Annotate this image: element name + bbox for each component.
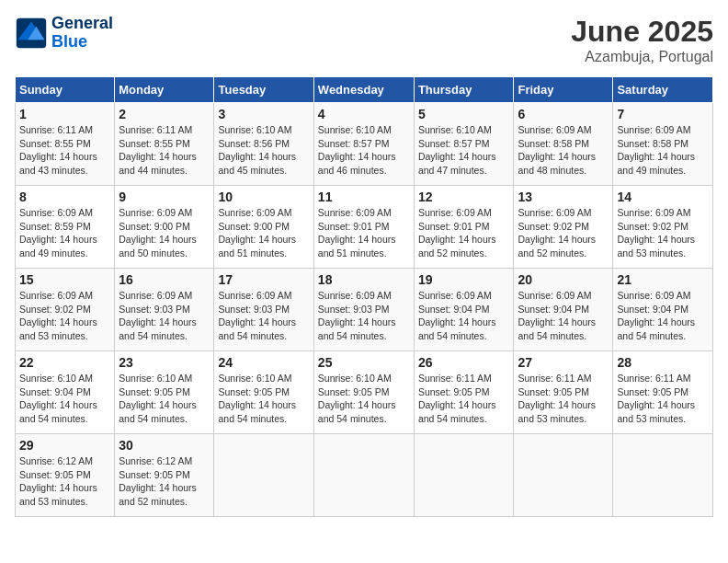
weekday-header-cell: Tuesday [214, 77, 313, 103]
calendar-day-cell: 7Sunrise: 6:09 AM Sunset: 8:58 PM Daylig… [613, 103, 713, 186]
calendar-day-cell: 1Sunrise: 6:11 AM Sunset: 8:55 PM Daylig… [16, 103, 115, 186]
weekday-header-cell: Wednesday [313, 77, 414, 103]
weekday-header-cell: Thursday [414, 77, 514, 103]
day-number: 2 [119, 107, 210, 121]
logo-line2: Blue [51, 32, 87, 51]
logo-line1: General [51, 15, 113, 33]
day-number: 3 [218, 107, 309, 121]
day-info: Sunrise: 6:10 AM Sunset: 9:05 PM Dayligh… [318, 372, 410, 426]
weekday-header-cell: Monday [115, 77, 214, 103]
calendar-day-cell [414, 434, 514, 517]
logo-text: General Blue [51, 15, 113, 52]
calendar-day-cell: 13Sunrise: 6:09 AM Sunset: 9:02 PM Dayli… [514, 186, 613, 269]
calendar-body: 1Sunrise: 6:11 AM Sunset: 8:55 PM Daylig… [16, 103, 713, 517]
calendar-day-cell: 17Sunrise: 6:09 AM Sunset: 9:03 PM Dayli… [214, 269, 313, 351]
day-info: Sunrise: 6:09 AM Sunset: 9:04 PM Dayligh… [617, 289, 709, 343]
calendar-day-cell: 3Sunrise: 6:10 AM Sunset: 8:56 PM Daylig… [214, 103, 313, 186]
day-number: 23 [119, 355, 210, 370]
day-number: 9 [119, 190, 210, 204]
day-info: Sunrise: 6:09 AM Sunset: 9:01 PM Dayligh… [318, 206, 410, 260]
day-info: Sunrise: 6:11 AM Sunset: 9:05 PM Dayligh… [617, 372, 709, 426]
day-info: Sunrise: 6:10 AM Sunset: 8:57 PM Dayligh… [418, 123, 510, 178]
day-info: Sunrise: 6:09 AM Sunset: 9:02 PM Dayligh… [518, 206, 609, 260]
calendar-day-cell: 26Sunrise: 6:11 AM Sunset: 9:05 PM Dayli… [414, 351, 514, 434]
calendar-day-cell: 5Sunrise: 6:10 AM Sunset: 8:57 PM Daylig… [414, 103, 514, 186]
logo: General Blue [15, 15, 113, 52]
calendar-day-cell: 30Sunrise: 6:12 AM Sunset: 9:05 PM Dayli… [115, 434, 214, 517]
calendar-day-cell: 16Sunrise: 6:09 AM Sunset: 9:03 PM Dayli… [115, 269, 214, 351]
calendar-day-cell: 21Sunrise: 6:09 AM Sunset: 9:04 PM Dayli… [613, 269, 713, 351]
day-info: Sunrise: 6:11 AM Sunset: 8:55 PM Dayligh… [19, 123, 110, 178]
day-info: Sunrise: 6:10 AM Sunset: 9:04 PM Dayligh… [19, 372, 110, 426]
calendar-week-row: 29Sunrise: 6:12 AM Sunset: 9:05 PM Dayli… [16, 434, 713, 517]
calendar-day-cell: 22Sunrise: 6:10 AM Sunset: 9:04 PM Dayli… [16, 351, 115, 434]
calendar-day-cell: 20Sunrise: 6:09 AM Sunset: 9:04 PM Dayli… [514, 269, 613, 351]
day-number: 25 [318, 355, 410, 370]
day-number: 26 [418, 355, 510, 370]
day-info: Sunrise: 6:09 AM Sunset: 9:02 PM Dayligh… [617, 206, 709, 260]
day-info: Sunrise: 6:09 AM Sunset: 9:03 PM Dayligh… [318, 289, 410, 343]
day-info: Sunrise: 6:12 AM Sunset: 9:05 PM Dayligh… [19, 454, 110, 509]
day-info: Sunrise: 6:09 AM Sunset: 8:58 PM Dayligh… [518, 123, 609, 178]
day-number: 4 [318, 107, 410, 121]
day-number: 21 [617, 272, 709, 287]
calendar-day-cell [613, 434, 713, 517]
calendar-day-cell: 19Sunrise: 6:09 AM Sunset: 9:04 PM Dayli… [414, 269, 514, 351]
calendar-day-cell: 14Sunrise: 6:09 AM Sunset: 9:02 PM Dayli… [613, 186, 713, 269]
calendar-day-cell: 25Sunrise: 6:10 AM Sunset: 9:05 PM Dayli… [313, 351, 414, 434]
day-number: 11 [318, 190, 410, 204]
day-number: 19 [418, 272, 510, 287]
calendar-table: SundayMondayTuesdayWednesdayThursdayFrid… [15, 76, 713, 517]
day-number: 6 [518, 107, 609, 121]
day-number: 15 [19, 272, 110, 287]
day-info: Sunrise: 6:10 AM Sunset: 8:56 PM Dayligh… [218, 123, 309, 178]
calendar-day-cell: 28Sunrise: 6:11 AM Sunset: 9:05 PM Dayli… [613, 351, 713, 434]
day-info: Sunrise: 6:09 AM Sunset: 9:03 PM Dayligh… [119, 289, 210, 343]
day-number: 7 [617, 107, 709, 121]
day-info: Sunrise: 6:09 AM Sunset: 9:03 PM Dayligh… [218, 289, 309, 343]
weekday-header-row: SundayMondayTuesdayWednesdayThursdayFrid… [16, 77, 713, 103]
calendar-day-cell: 10Sunrise: 6:09 AM Sunset: 9:00 PM Dayli… [214, 186, 313, 269]
day-number: 1 [19, 107, 110, 121]
calendar-day-cell: 8Sunrise: 6:09 AM Sunset: 8:59 PM Daylig… [16, 186, 115, 269]
day-info: Sunrise: 6:11 AM Sunset: 8:55 PM Dayligh… [119, 123, 210, 178]
calendar-day-cell: 18Sunrise: 6:09 AM Sunset: 9:03 PM Dayli… [313, 269, 414, 351]
calendar-day-cell: 23Sunrise: 6:10 AM Sunset: 9:05 PM Dayli… [115, 351, 214, 434]
day-number: 22 [19, 355, 110, 370]
calendar-day-cell: 12Sunrise: 6:09 AM Sunset: 9:01 PM Dayli… [414, 186, 514, 269]
calendar-week-row: 1Sunrise: 6:11 AM Sunset: 8:55 PM Daylig… [16, 103, 713, 186]
day-info: Sunrise: 6:10 AM Sunset: 8:57 PM Dayligh… [318, 123, 410, 178]
calendar-day-cell: 4Sunrise: 6:10 AM Sunset: 8:57 PM Daylig… [313, 103, 414, 186]
day-number: 5 [418, 107, 510, 121]
day-number: 27 [518, 355, 609, 370]
day-info: Sunrise: 6:09 AM Sunset: 9:00 PM Dayligh… [218, 206, 309, 260]
day-info: Sunrise: 6:10 AM Sunset: 9:05 PM Dayligh… [119, 372, 210, 426]
day-number: 12 [418, 190, 510, 204]
calendar-day-cell: 24Sunrise: 6:10 AM Sunset: 9:05 PM Dayli… [214, 351, 313, 434]
day-info: Sunrise: 6:09 AM Sunset: 9:01 PM Dayligh… [418, 206, 510, 260]
day-number: 17 [218, 272, 309, 287]
calendar-day-cell [514, 434, 613, 517]
calendar-day-cell: 15Sunrise: 6:09 AM Sunset: 9:02 PM Dayli… [16, 269, 115, 351]
calendar-day-cell: 9Sunrise: 6:09 AM Sunset: 9:00 PM Daylig… [115, 186, 214, 269]
calendar-week-row: 8Sunrise: 6:09 AM Sunset: 8:59 PM Daylig… [16, 186, 713, 269]
calendar-day-cell: 2Sunrise: 6:11 AM Sunset: 8:55 PM Daylig… [115, 103, 214, 186]
day-number: 13 [518, 190, 609, 204]
day-info: Sunrise: 6:09 AM Sunset: 9:04 PM Dayligh… [518, 289, 609, 343]
day-info: Sunrise: 6:09 AM Sunset: 9:02 PM Dayligh… [19, 289, 110, 343]
day-info: Sunrise: 6:09 AM Sunset: 8:59 PM Dayligh… [19, 206, 110, 260]
day-number: 8 [19, 190, 110, 204]
title-area: June 2025 Azambuja, Portugal [571, 15, 713, 65]
day-info: Sunrise: 6:09 AM Sunset: 8:58 PM Dayligh… [617, 123, 709, 178]
day-info: Sunrise: 6:10 AM Sunset: 9:05 PM Dayligh… [218, 372, 309, 426]
calendar-day-cell [214, 434, 313, 517]
day-number: 24 [218, 355, 309, 370]
day-info: Sunrise: 6:09 AM Sunset: 9:00 PM Dayligh… [119, 206, 210, 260]
month-title: June 2025 [571, 15, 713, 49]
day-info: Sunrise: 6:11 AM Sunset: 9:05 PM Dayligh… [518, 372, 609, 426]
day-number: 14 [617, 190, 709, 204]
day-info: Sunrise: 6:12 AM Sunset: 9:05 PM Dayligh… [119, 454, 210, 509]
calendar-day-cell [313, 434, 414, 517]
day-number: 20 [518, 272, 609, 287]
day-number: 10 [218, 190, 309, 204]
